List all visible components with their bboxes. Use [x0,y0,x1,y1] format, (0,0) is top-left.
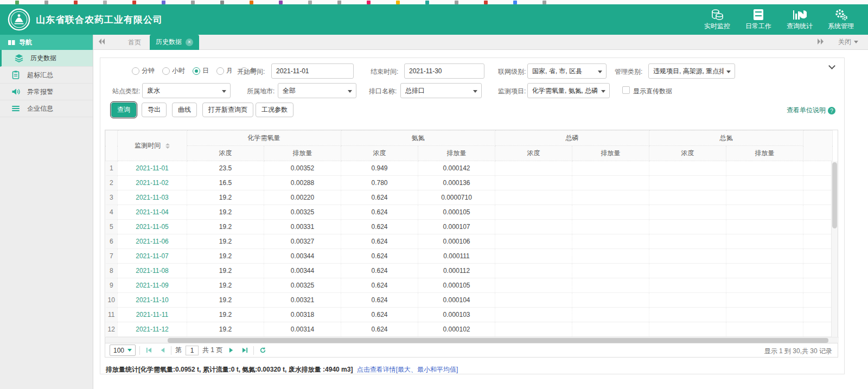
station-type-select[interactable]: 废水 [142,83,231,98]
value-cell: 0.000102 [418,322,495,337]
tab-history-data[interactable]: 历史数据 × [150,35,199,50]
value-cell: 0.624 [341,190,418,205]
prev-page-button[interactable] [157,346,167,355]
monitor-item-select[interactable]: 化学需氧量, 氨氮, 总磷, 总 [527,83,610,98]
new-query-page-button[interactable]: 打开新查询页 [202,103,253,117]
tab-scroll-right-button[interactable] [812,39,828,46]
row-index: 6 [106,234,118,249]
chevron-down-icon [127,349,132,352]
last-page-button[interactable] [240,346,250,355]
value-cell [649,278,726,293]
query-button[interactable]: 查询 [111,103,136,117]
monitor-time-label: 监测时间 [135,142,161,149]
next-page-button[interactable] [226,346,236,355]
page-number-input[interactable] [186,346,199,355]
table-row[interactable]: 42021-11-0419.20.003250.6240.000105 [106,205,833,220]
group-header-total-nitrogen: 总氮 [649,131,803,146]
data-grid: 监测时间 化学需氧量 氨氮 总磷 总氮 浓度 [105,130,838,358]
table-row[interactable]: 62021-11-0619.20.003270.6240.000106 [106,234,833,249]
sidebar-item-exceed-summary[interactable]: 超标汇总 [0,67,93,84]
first-page-button[interactable] [144,346,154,355]
value-cell [726,264,803,278]
value-cell [572,249,649,264]
condition-params-button[interactable]: 工况参数 [256,103,293,117]
stats-detail-link[interactable]: 点击查看详情[最大、最小和平均值] [357,366,458,373]
favicon [425,1,429,4]
horizontal-scrollbar-thumb[interactable] [168,338,828,343]
subheader-emission[interactable]: 排放量 [264,146,341,161]
chevron-down-icon [726,71,731,73]
tab-close-icon[interactable]: × [186,39,193,46]
value-cell [726,220,803,234]
value-cell: 19.2 [187,308,264,322]
city-label: 所属地市: [247,87,275,96]
unit-help-link[interactable]: 查看单位说明 ? [787,106,835,115]
page-size-select[interactable]: 100 [110,345,136,356]
value-cell [495,220,572,234]
value-cell [726,234,803,249]
monitor-date: 2021-11-07 [118,249,187,264]
network-level-label: 联网级别: [498,67,526,76]
nav-realtime-monitor[interactable]: 实时监控 [704,9,730,31]
table-row[interactable]: 12021-11-0123.50.003520.9490.000142 [106,161,833,176]
export-button[interactable]: 导出 [142,103,167,117]
tab-home[interactable]: 首页 [119,35,150,50]
vertical-scrollbar[interactable] [831,161,838,343]
subheader-concentration[interactable]: 浓度 [341,146,418,161]
radio-hour[interactable]: 小时 [162,66,185,75]
monitor-time-header[interactable]: 监测时间 [118,131,187,161]
filler-cell [803,220,833,234]
manage-type-select[interactable]: 违规项目, 高架源, 重点排污 [648,63,735,79]
horizontal-scrollbar[interactable] [105,337,839,343]
value-cell [649,234,726,249]
monitor-date: 2021-11-02 [118,176,187,190]
subheader-concentration[interactable]: 浓度 [187,146,264,161]
value-cell [649,161,726,176]
table-row[interactable]: 72021-11-0719.20.003440.6240.000111 [106,249,833,264]
subheader-emission[interactable]: 排放量 [418,146,495,161]
table-row[interactable]: 22021-11-0216.50.002880.7800.000136 [106,176,833,190]
sidebar-item-abnormal-alarm[interactable]: 异常报警 [0,84,93,100]
nav-system-manage[interactable]: 系统管理 [828,9,854,31]
sidebar-item-enterprise-info[interactable]: 企业信息 [0,100,93,117]
table-row[interactable]: 92021-11-0919.20.003250.6240.000105 [106,278,833,293]
value-cell: 0.624 [341,220,418,234]
subheader-emission[interactable]: 排放量 [726,146,803,161]
company-name: 山东省联合农药工业有限公司 [36,14,163,26]
sidebar-item-history-data[interactable]: 历史数据 [0,50,93,67]
radio-minute[interactable]: 分钟 [132,66,155,75]
nav-daily-work[interactable]: 日常工作 [745,9,771,31]
tab-scroll-left-button[interactable] [93,39,110,46]
network-level-select[interactable]: 国家, 省, 市, 区县 [527,63,607,79]
radio-month[interactable]: 月 [216,66,233,75]
nav-query-statistics[interactable]: 查询统计 [787,9,813,31]
radio-day[interactable]: 日 [193,66,209,75]
direct-data-checkbox[interactable] [622,86,630,94]
value-cell: 0.000112 [418,264,495,278]
value-cell: 0.624 [341,308,418,322]
subheader-emission[interactable]: 排放量 [572,146,649,161]
close-tabs-dropdown[interactable]: 关闭 [838,37,858,47]
outlet-name-select[interactable]: 总排口 [400,83,482,98]
curve-button[interactable]: 曲线 [172,103,197,117]
table-row[interactable]: 102021-11-1019.20.003210.6240.000104 [106,293,833,308]
subheader-concentration[interactable]: 浓度 [495,146,572,161]
table-row[interactable]: 32021-11-0319.20.002200.6240.0000710 [106,190,833,205]
favicon [455,1,458,4]
end-time-input[interactable] [404,63,484,79]
table-row[interactable]: 112021-11-1119.20.003180.6240.000103 [106,308,833,322]
table-row[interactable]: 82021-11-0819.20.003440.6240.000112 [106,264,833,278]
start-time-input[interactable] [271,63,354,79]
sort-icon [165,143,170,149]
table-body: 12021-11-0123.50.003520.9490.00014222021… [106,161,833,337]
value-cell: 0.000105 [418,205,495,220]
value-cell: 0.00325 [264,278,341,293]
city-select[interactable]: 全部 [278,83,356,98]
value-cell [649,220,726,234]
refresh-button[interactable] [258,346,267,355]
subheader-concentration[interactable]: 浓度 [649,146,726,161]
table-row[interactable]: 122021-11-1219.20.003140.6240.000102 [106,322,833,337]
table-row[interactable]: 52021-11-0519.20.003310.6240.000107 [106,220,833,234]
value-cell: 0.000107 [418,220,495,234]
vertical-scrollbar-thumb[interactable] [832,162,837,228]
